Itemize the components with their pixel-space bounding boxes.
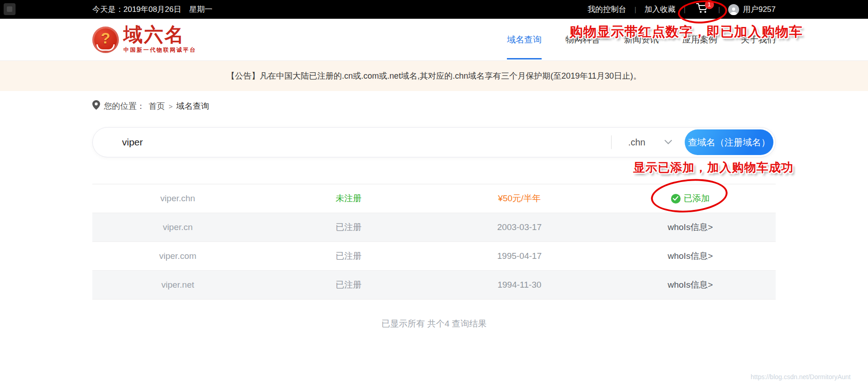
- cart-annotation-text: 购物显示带红点数字，即已加入购物车: [570, 23, 803, 41]
- current-date: 今天是：2019年08月26日 星期一: [92, 4, 213, 15]
- username: 用户9257: [743, 4, 776, 15]
- date-cell: 1995-04-17: [434, 251, 605, 261]
- console-link[interactable]: 我的控制台: [587, 4, 626, 15]
- site-tagline: 中国新一代物联网诚平台: [123, 46, 197, 54]
- added-annotation-text: 显示已添加，加入购物车成功: [633, 160, 793, 176]
- results-table: viper.chn 未注册 ¥50元/半年 已添加 viper.cn: [92, 184, 776, 300]
- site-logo[interactable]: ? 域六名 中国新一代物联网诚平台: [92, 25, 197, 54]
- price-cell: ¥50元/半年: [434, 193, 605, 204]
- table-row: viper.com 已注册 1995-04-17 whoIs信息>: [92, 242, 776, 271]
- table-row: viper.net 已注册 1994-11-30 whoIs信息>: [92, 271, 776, 300]
- status-cell: 已注册: [263, 279, 434, 291]
- breadcrumb-separator: >: [169, 102, 173, 110]
- nav-domain-query[interactable]: 域名查询: [507, 19, 542, 60]
- window-control-icon[interactable]: [4, 3, 16, 15]
- breadcrumb-prefix: 您的位置：: [104, 101, 145, 112]
- topbar: 今天是：2019年08月26日 星期一 我的控制台 | 加入收藏 | 1: [0, 0, 868, 19]
- tld-selected-value: .chn: [628, 137, 645, 148]
- breadcrumb-current: 域名查询: [176, 101, 209, 112]
- domain-cell: viper.net: [92, 280, 263, 290]
- whois-link[interactable]: whoIs信息>: [605, 221, 776, 233]
- added-to-cart-button[interactable]: 已添加: [671, 193, 710, 204]
- topbar-divider: |: [634, 6, 636, 13]
- search-domain-button[interactable]: 查域名（注册域名）: [685, 129, 773, 155]
- cart-badge: 1: [705, 0, 714, 9]
- user-avatar-icon: [728, 4, 739, 15]
- whois-link[interactable]: whoIs信息>: [605, 279, 776, 291]
- announcement-banner: 【公告】凡在中国大陆已注册的.cn或.com或.net域名,其对应的.chn域名…: [0, 61, 868, 91]
- watermark-url: https://blog.csdn.net/DormitoryAunt: [751, 373, 851, 381]
- breadcrumb: 您的位置： 首页 > 域名查询: [92, 100, 776, 112]
- results-count-text: 已显示所有 共个4 查询结果: [92, 318, 776, 330]
- table-row: viper.chn 未注册 ¥50元/半年 已添加: [92, 184, 776, 213]
- domain-cell: viper.chn: [92, 193, 263, 204]
- tld-select[interactable]: .chn: [612, 137, 685, 148]
- added-label: 已添加: [684, 193, 710, 204]
- domain-cell: viper.cn: [92, 222, 263, 232]
- domain-search-input[interactable]: [93, 137, 611, 148]
- topbar-divider: |: [684, 6, 686, 13]
- date-cell: 1994-11-30: [434, 280, 605, 290]
- user-menu[interactable]: 用户9257: [728, 4, 776, 15]
- check-circle-icon: [671, 194, 681, 204]
- domain-cell: viper.com: [92, 251, 263, 261]
- chevron-down-icon: [665, 138, 672, 146]
- topbar-divider: |: [719, 6, 720, 13]
- status-cell: 已注册: [263, 250, 434, 262]
- site-name: 域六名: [123, 25, 197, 44]
- announcement-text: 【公告】凡在中国大陆已注册的.cn或.com或.net域名,其对应的.chn域名…: [227, 70, 641, 81]
- status-cell: 已注册: [263, 221, 434, 233]
- table-row: viper.cn 已注册 2003-03-17 whoIs信息>: [92, 213, 776, 242]
- page: 今天是：2019年08月26日 星期一 我的控制台 | 加入收藏 | 1: [0, 0, 868, 386]
- whois-link[interactable]: whoIs信息>: [605, 250, 776, 262]
- breadcrumb-home[interactable]: 首页: [149, 101, 165, 112]
- question-logo-icon: ?: [92, 27, 119, 53]
- location-pin-icon: [92, 100, 100, 112]
- cart-button[interactable]: 1: [694, 3, 710, 16]
- status-cell: 未注册: [263, 193, 434, 204]
- date-cell: 2003-03-17: [434, 222, 605, 232]
- favorites-link[interactable]: 加入收藏: [644, 4, 676, 15]
- domain-search-bar: .chn 查域名（注册域名）: [92, 127, 776, 157]
